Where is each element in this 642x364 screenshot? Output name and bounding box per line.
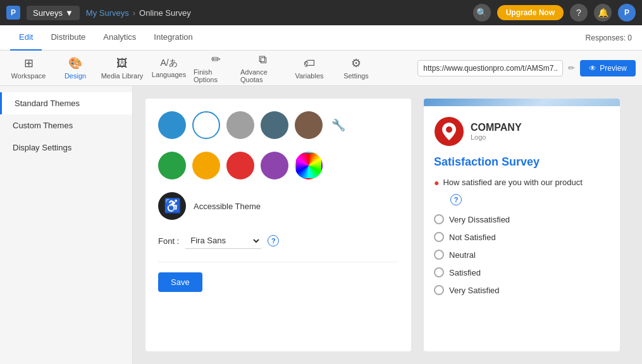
toolbar-url-area: ✏ 👁 Preview [417,60,636,76]
preview-button[interactable]: 👁 Preview [580,60,636,76]
languages-icon: A/あ [160,58,177,69]
variables-icon: 🏷 [304,57,315,70]
theme-color-white[interactable] [192,111,220,139]
sub-nav-analytics[interactable]: Analytics [94,25,145,51]
toolbar: ⊞ Workspace 🎨 Design 🖼 Media Library A/あ… [0,51,642,86]
logo-text-area: COMPANY Logo [471,122,522,141]
finish-options-icon: ✏ [211,52,221,66]
app-logo: P [6,6,20,20]
font-row: Font : Fira Sans Arial Roboto Open Sans … [158,233,398,249]
sidebar-item-standard-themes[interactable]: Standard Themes [0,92,132,114]
logo-subtitle: Logo [471,133,522,141]
workspace-icon: ⊞ [24,56,34,70]
option-satisfied[interactable]: Satisfied [434,264,610,281]
toolbar-languages[interactable]: A/あ Languages [147,52,191,84]
surveys-button[interactable]: Surveys ▼ [27,6,80,20]
radio-btn-satisfied[interactable] [434,267,444,277]
settings-icon: ⚙ [351,56,361,70]
edit-url-icon[interactable]: ✏ [568,63,575,73]
theme-color-red[interactable] [226,152,254,179]
radio-btn-not-satisfied[interactable] [434,232,444,242]
option-very-satisfied[interactable]: Very Satisfied [434,281,610,299]
accessible-icon[interactable]: ♿ [158,192,186,220]
survey-title: Satisfaction Survey [434,155,610,169]
search-icon[interactable]: 🔍 [473,4,491,21]
top-nav: P Surveys ▼ My Surveys › Online Survey 🔍… [0,0,642,25]
content-area: 🔧 ♿ Accessible Theme Font : Fira Sans [133,86,642,364]
sidebar-item-custom-themes[interactable]: Custom Themes [0,114,132,136]
accessible-theme-row: ♿ Accessible Theme [158,192,398,220]
font-select[interactable]: Fira Sans Arial Roboto Open Sans [185,233,261,249]
company-logo-icon [434,116,464,147]
help-icon[interactable]: ? [570,4,588,21]
main-layout: Standard Themes Custom Themes Display Se… [0,86,642,364]
question-help-icon[interactable]: ? [450,194,462,205]
toolbar-workspace[interactable]: ⊞ Workspace [6,52,51,84]
save-button[interactable]: Save [158,272,202,292]
color-row-1: 🔧 [158,111,398,139]
svg-point-2 [446,126,452,133]
toolbar-media-library[interactable]: 🖼 Media Library [100,52,144,84]
sub-nav: Edit Distribute Analytics Integration Re… [0,25,642,51]
question-text: How satisfied are you with our product [443,178,582,187]
theme-color-green[interactable] [158,152,186,179]
radio-btn-very-satisfied[interactable] [434,285,444,295]
option-very-dissatisfied[interactable]: Very Dissatisfied [434,210,610,228]
sub-nav-integration[interactable]: Integration [145,25,201,51]
font-help-icon[interactable]: ? [268,235,279,246]
user-avatar[interactable]: P [618,4,636,21]
question-row: ● How satisfied are you with our product [434,178,610,188]
my-surveys-link[interactable]: My Surveys [86,8,129,18]
preview-content: COMPANY Logo Satisfaction Survey ● How s… [424,106,620,309]
sub-nav-distribute[interactable]: Distribute [42,25,94,51]
preview-logo-area: COMPANY Logo [434,116,610,147]
theme-color-purple[interactable] [261,152,288,179]
theme-color-orange[interactable] [192,152,220,179]
p-icon: P [6,6,20,20]
eye-icon: 👁 [589,64,596,73]
toolbar-design[interactable]: 🎨 Design [53,52,97,84]
top-nav-right: 🔍 Upgrade Now ? 🔔 P [473,4,636,21]
theme-color-rainbow[interactable] [295,152,323,179]
company-name: COMPANY [471,122,522,133]
theme-color-darkblue[interactable] [261,111,288,139]
theme-color-brown[interactable] [295,111,323,139]
radio-btn-neutral[interactable] [434,250,444,260]
toolbar-finish-options[interactable]: ✏ Finish Options [194,52,238,84]
required-dot: ● [434,178,439,188]
accessible-theme-label: Accessible Theme [194,202,261,211]
design-icon: 🎨 [68,56,82,70]
media-library-icon: 🖼 [116,57,128,70]
sidebar-item-display-settings[interactable]: Display Settings [0,136,132,159]
theme-color-blue[interactable] [158,111,186,139]
survey-url-input[interactable] [417,60,563,76]
advance-quotas-icon: ⧉ [259,53,267,66]
breadcrumb: My Surveys › Online Survey [86,8,191,18]
font-label: Font : [158,236,179,246]
radio-options-list: Very Dissatisfied Not Satisfied Neutral … [434,210,610,299]
left-sidebar: Standard Themes Custom Themes Display Se… [0,86,133,364]
notification-icon[interactable]: 🔔 [594,4,612,21]
wrench-icon[interactable]: 🔧 [331,118,345,132]
option-not-satisfied[interactable]: Not Satisfied [434,228,610,246]
divider [158,262,398,262]
preview-panel: COMPANY Logo Satisfaction Survey ● How s… [424,99,620,351]
option-neutral[interactable]: Neutral [434,246,610,264]
toolbar-advance-quotas[interactable]: ⧉ Advance Quotas [240,52,285,84]
theme-color-gray[interactable] [226,111,254,139]
responses-count: Responses: 0 [586,33,632,42]
color-row-2 [158,152,398,179]
toolbar-settings[interactable]: ⚙ Settings [334,52,378,84]
toolbar-variables[interactable]: 🏷 Variables [287,52,331,84]
sub-nav-edit[interactable]: Edit [10,25,42,51]
preview-header-banner [424,99,620,106]
upgrade-button[interactable]: Upgrade Now [497,5,564,20]
radio-btn-very-dissatisfied[interactable] [434,214,444,224]
theme-panel: 🔧 ♿ Accessible Theme Font : Fira Sans [145,99,411,351]
